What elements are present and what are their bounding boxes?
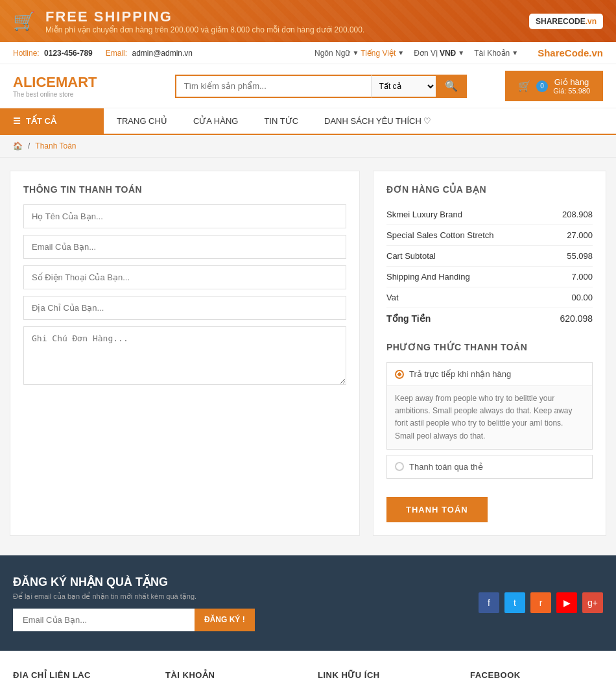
home-icon[interactable]: 🏠 [13, 141, 23, 151]
social-youtube[interactable]: ▶ [556, 592, 577, 613]
payment-section: PHƯƠNG THỨC THANH TOÁN Trả trực tiếp khi… [386, 342, 593, 522]
cart-banner-icon: 🛒 [13, 10, 36, 32]
item-price: 208.908 [562, 210, 593, 219]
currency-selector[interactable]: Đơn Vị VNĐ ▼ [414, 49, 464, 58]
social-twitter[interactable]: t [504, 592, 525, 613]
social-icons: f t r ▶ g+ [479, 592, 603, 613]
order-title: ĐƠN HÀNG CỦA BẠN [386, 184, 593, 195]
vat-row: Vat 00.00 [386, 287, 593, 308]
account-menu[interactable]: Tài Khoản ▼ [474, 49, 518, 58]
social-rss[interactable]: r [530, 592, 551, 613]
newsletter-subtitle: Để lại email của bạn để nhận tin mới nhấ… [13, 592, 255, 601]
newsletter-form: ĐĂNG KÝ ! [13, 609, 255, 631]
right-info: Ngôn Ngữ ▼ Tiếng Việt ▼ Đơn Vị VNĐ ▼ Tài… [314, 49, 518, 58]
shipping-row: Shipping And Handing 7.000 [386, 267, 593, 287]
search-input[interactable] [175, 75, 371, 98]
payment-title: PHƯƠNG THỨC THANH TOÁN [386, 342, 593, 352]
footer-account-title: TÀI KHOẢN [165, 670, 298, 678]
total-label: Tổng Tiền [386, 313, 431, 324]
address-field[interactable] [23, 296, 346, 320]
total-row: Tổng Tiền 620.098 [386, 308, 593, 329]
footer-main: ĐỊA CHỈ LIÊN LẠC Địa Chỉ: Thanh Liệt, Th… [0, 651, 616, 678]
breadcrumb-separator: / [28, 141, 30, 151]
main-content: THÔNG TIN THANH TOÁN ĐƠN HÀNG CỦA BẠN Sk… [3, 171, 613, 536]
item-name: Special Sales Cotton Stretch [386, 230, 493, 240]
item-name: Skmei Luxury Brand [386, 210, 462, 219]
radio-checked [395, 370, 404, 379]
nav-item-wishlist[interactable]: DANH SÁCH YÊU THÍCH ♡ [311, 108, 444, 134]
nav-item-shop[interactable]: CỬA HÀNG [180, 108, 252, 134]
footer-address-title: ĐỊA CHỈ LIÊN LẠC [13, 670, 146, 678]
footer-top: ĐĂNG KÝ NHẬN QUÀ TẶNG Để lại email của b… [0, 555, 616, 651]
shipping-label: Shipping And Handing [386, 272, 470, 282]
shipping-value: 7.000 [571, 272, 593, 282]
total-value: 620.098 [560, 313, 593, 324]
banner-sub-text: Miễn phí vận chuyển đơn hàng trên 200.00… [45, 25, 364, 34]
search-button[interactable]: 🔍 [436, 75, 467, 98]
newsletter-submit-button[interactable]: ĐĂNG KÝ ! [195, 609, 255, 631]
footer-address-col: ĐỊA CHỈ LIÊN LẠC Địa Chỉ: Thanh Liệt, Th… [13, 670, 146, 678]
logo-tagline: The best online store [13, 91, 97, 98]
cart-price: Giá: 55.980 [553, 87, 590, 95]
email-info: Email: admin@admin.vn [106, 49, 193, 58]
nav-all-categories[interactable]: ☰ TẤT CẢ [0, 108, 104, 134]
payment-option-1[interactable]: Trả trực tiếp khi nhận hàng Keep away fr… [386, 362, 593, 450]
breadcrumb-current: Thanh Toán [35, 141, 76, 151]
order-item-1: Skmei Luxury Brand 208.908 [386, 204, 593, 225]
cart-subtotal-value: 55.098 [567, 251, 593, 261]
newsletter-title: ĐĂNG KÝ NHẬN QUÀ TẶNG [13, 575, 255, 589]
checkout-button[interactable]: THANH TOÁN [386, 497, 488, 522]
hotline: Hotline: 0123-456-789 [13, 49, 93, 58]
checkout-form: THÔNG TIN THANH TOÁN [10, 171, 360, 536]
logo-title: ALICEMART [13, 74, 97, 91]
breadcrumb: 🏠 / Thanh Toán [0, 135, 616, 158]
payment-option-1-label: Trả trực tiếp khi nhận hàng [409, 369, 511, 379]
newsletter-section: ĐĂNG KÝ NHẬN QUÀ TẶNG Để lại email của b… [13, 575, 255, 631]
newsletter-email-input[interactable] [13, 609, 195, 631]
payment-option-1-header: Trả trực tiếp khi nhận hàng [387, 363, 592, 385]
phone-field[interactable] [23, 265, 346, 289]
footer-account-col: TÀI KHOẢN Đơn Hàng Của Tôi Tải Khoản Của… [165, 670, 298, 678]
nav-item-news[interactable]: TIN TỨC [251, 108, 311, 134]
checkout-form-title: THÔNG TIN THANH TOÁN [23, 184, 346, 195]
item-price: 27.000 [567, 230, 593, 240]
language-selector[interactable]: Ngôn Ngữ ▼ Tiếng Việt ▼ [314, 49, 404, 58]
vat-value: 00.00 [571, 293, 593, 302]
info-bar: Hotline: 0123-456-789 Email: admin@admin… [0, 42, 616, 64]
navigation: ☰ TẤT CẢ TRANG CHỦ CỬA HÀNG TIN TỨC DANH… [0, 108, 616, 135]
cart-subtotal-label: Cart Subtotal [386, 251, 436, 261]
footer-facebook-title: FACEBOOK [470, 670, 603, 678]
search-area: Tất cả 🔍 [175, 75, 467, 98]
email-field[interactable] [23, 235, 346, 259]
site-title: ShareCode.vn [538, 47, 603, 58]
payment-option-2[interactable]: Thanh toán qua thẻ [386, 455, 593, 479]
footer-facebook-col: FACEBOOK f Facebook ✓ f Facebook ✓ fb Th… [470, 670, 603, 678]
note-field[interactable] [23, 326, 346, 385]
email-address: admin@admin.vn [132, 49, 193, 58]
payment-option-2-header: Thanh toán qua thẻ [387, 455, 592, 478]
top-banner: 🛒 FREE SHIPPING Miễn phí vận chuyển đơn … [0, 0, 616, 42]
payment-option-1-content: Keep away from people who try to belittl… [387, 385, 592, 449]
order-summary: ĐƠN HÀNG CỦA BẠN Skmei Luxury Brand 208.… [373, 171, 606, 536]
footer-links-title: LINK HỮU ÍCH [318, 670, 451, 678]
payment-option-2-label: Thanh toán qua thẻ [409, 462, 483, 472]
social-gplus[interactable]: g+ [582, 592, 603, 613]
logo: ALICEMART The best online store [13, 74, 97, 98]
cart-button[interactable]: 🛒 0 Giỏ hàng Giá: 55.980 [505, 71, 603, 101]
cart-count: 0 [536, 80, 548, 92]
nav-all-label: TẤT CẢ [26, 116, 56, 126]
hotline-number: 0123-456-789 [44, 49, 93, 58]
nav-item-home[interactable]: TRANG CHỦ [104, 108, 180, 134]
banner-logo: SHARECODE.vn [529, 14, 603, 29]
header: ALICEMART The best online store Tất cả 🔍… [0, 64, 616, 108]
menu-icon: ☰ [13, 116, 21, 126]
name-field[interactable] [23, 204, 346, 228]
cart-area: 🛒 0 Giỏ hàng Giá: 55.980 [505, 71, 603, 101]
free-shipping-text: FREE SHIPPING [45, 8, 364, 25]
search-category-select[interactable]: Tất cả [371, 75, 436, 98]
cart-icon: 🛒 [518, 80, 531, 92]
footer-links-col: LINK HỮU ÍCH Trang Chủ Cửa Hàng Tin Tức [318, 670, 451, 678]
social-facebook[interactable]: f [479, 592, 499, 613]
radio-unchecked [395, 462, 404, 471]
cart-subtotal-row: Cart Subtotal 55.098 [386, 246, 593, 267]
